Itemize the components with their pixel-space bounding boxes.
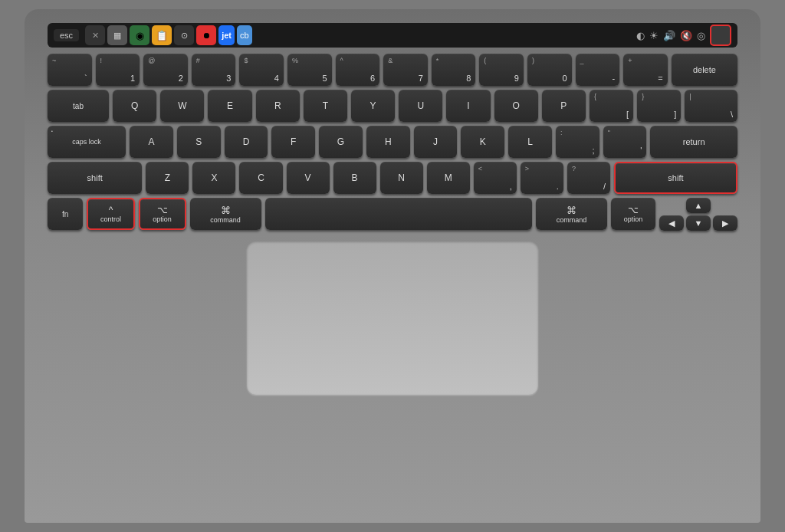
key-z[interactable]: Z bbox=[146, 162, 189, 194]
tb-app-jet[interactable]: jet bbox=[218, 25, 235, 45]
key-delete[interactable]: delete bbox=[672, 54, 737, 86]
tb-app-cb[interactable]: cb bbox=[237, 25, 252, 45]
arrow-bottom-row: ◀ ▼ ▶ bbox=[659, 215, 737, 231]
tb-app-note[interactable]: 📋 bbox=[152, 25, 172, 45]
tb-app-close[interactable]: ✕ bbox=[85, 25, 105, 45]
key-minus[interactable]: _- bbox=[576, 54, 620, 86]
key-open-bracket[interactable]: {[ bbox=[590, 90, 633, 122]
key-h[interactable]: H bbox=[366, 126, 410, 158]
key-shift-right[interactable]: shift bbox=[614, 162, 737, 194]
key-9[interactable]: (9 bbox=[479, 54, 524, 86]
tb-app-grid[interactable]: ▦ bbox=[107, 25, 127, 45]
key-q[interactable]: Q bbox=[113, 90, 156, 122]
number-row: ~` !1 @2 #3 $4 %5 ^6 &7 *8 (9 )0 _- += d… bbox=[48, 54, 737, 86]
key-a[interactable]: A bbox=[130, 126, 173, 158]
key-e[interactable]: E bbox=[208, 90, 251, 122]
key-comma[interactable]: <, bbox=[474, 162, 517, 194]
key-2[interactable]: @2 bbox=[143, 54, 188, 86]
key-x[interactable]: X bbox=[192, 162, 235, 194]
key-close-bracket[interactable]: }] bbox=[637, 90, 681, 122]
key-command-left[interactable]: ⌘ command bbox=[190, 198, 261, 230]
tb-brightness-up-icon: ☀ bbox=[649, 30, 659, 41]
key-arrow-up[interactable]: ▲ bbox=[686, 198, 711, 213]
tb-app-record[interactable]: ⏺ bbox=[196, 25, 216, 45]
key-8[interactable]: *8 bbox=[432, 54, 476, 86]
key-control[interactable]: ^ control bbox=[87, 198, 134, 230]
tb-siri-icon: ◎ bbox=[697, 30, 705, 41]
tb-power-key[interactable] bbox=[710, 25, 731, 46]
key-i[interactable]: I bbox=[446, 90, 490, 122]
key-d[interactable]: D bbox=[225, 126, 268, 158]
key-s[interactable]: S bbox=[177, 126, 221, 158]
modifier-row: fn ^ control ⌥ option ⌘ command ⌘ comman… bbox=[48, 198, 737, 231]
key-f[interactable]: F bbox=[271, 126, 315, 158]
bottom-letter-row: shift Z X C V B N M <, >. ?/ shift bbox=[48, 162, 737, 194]
arrow-top-row: ▲ bbox=[659, 198, 737, 213]
key-g[interactable]: G bbox=[319, 126, 363, 158]
qwerty-row: tab Q W E R T Y U I O P {[ }] |\ bbox=[48, 90, 737, 122]
tb-mute-icon: 🔇 bbox=[680, 30, 692, 41]
key-w[interactable]: W bbox=[160, 90, 204, 122]
key-m[interactable]: M bbox=[427, 162, 470, 194]
key-p[interactable]: P bbox=[542, 90, 586, 122]
key-fn[interactable]: fn bbox=[48, 198, 83, 230]
key-6[interactable]: ^6 bbox=[336, 54, 380, 86]
key-t[interactable]: T bbox=[304, 90, 347, 122]
arrow-cluster: ▲ ◀ ▼ ▶ bbox=[659, 198, 737, 231]
key-c[interactable]: C bbox=[239, 162, 282, 194]
key-command-right[interactable]: ⌘ command bbox=[536, 198, 607, 230]
key-equals[interactable]: += bbox=[623, 54, 668, 86]
tb-esc-key[interactable]: esc bbox=[54, 29, 79, 41]
key-k[interactable]: K bbox=[461, 126, 504, 158]
key-slash[interactable]: ?/ bbox=[567, 162, 610, 194]
tb-brightness-down-icon: ◐ bbox=[636, 30, 645, 41]
keyboard-area: esc ✕ ▦ ◉ 📋 ⊙ ⏺ jet cb ◐ ☀ 🔊 🔇 ◎ ~ bbox=[48, 23, 737, 231]
key-r[interactable]: R bbox=[256, 90, 300, 122]
key-y[interactable]: Y bbox=[351, 90, 395, 122]
tb-app-leaf[interactable]: ◉ bbox=[130, 25, 149, 45]
key-tab[interactable]: tab bbox=[48, 90, 109, 122]
key-7[interactable]: &7 bbox=[383, 54, 428, 86]
key-backtick[interactable]: ~` bbox=[48, 54, 92, 86]
key-return[interactable]: return bbox=[650, 126, 737, 158]
key-arrow-left[interactable]: ◀ bbox=[659, 215, 684, 231]
key-5[interactable]: %5 bbox=[287, 54, 332, 86]
key-option-left[interactable]: ⌥ option bbox=[139, 198, 186, 230]
key-period[interactable]: >. bbox=[521, 162, 563, 194]
key-shift-left[interactable]: shift bbox=[48, 162, 142, 194]
key-option-right[interactable]: ⌥ option bbox=[611, 198, 655, 230]
home-row: •caps lock A S D F G H J K L :; "' retur… bbox=[48, 126, 737, 158]
tb-controls: ◐ ☀ 🔊 🔇 ◎ bbox=[636, 25, 731, 46]
key-arrow-right[interactable]: ▶ bbox=[713, 215, 737, 231]
trackpad[interactable] bbox=[247, 241, 538, 395]
laptop-body: esc ✕ ▦ ◉ 📋 ⊙ ⏺ jet cb ◐ ☀ 🔊 🔇 ◎ ~ bbox=[25, 9, 760, 523]
key-4[interactable]: $4 bbox=[239, 54, 284, 86]
key-v[interactable]: V bbox=[287, 162, 330, 194]
key-1[interactable]: !1 bbox=[96, 54, 140, 86]
tb-volume-icon: 🔊 bbox=[663, 30, 675, 41]
tb-app-circle[interactable]: ⊙ bbox=[174, 25, 194, 45]
key-b[interactable]: B bbox=[333, 162, 376, 194]
key-arrow-down[interactable]: ▼ bbox=[686, 215, 711, 231]
key-o[interactable]: O bbox=[494, 90, 538, 122]
key-n[interactable]: N bbox=[380, 162, 423, 194]
key-0[interactable]: )0 bbox=[527, 54, 572, 86]
key-semicolon[interactable]: :; bbox=[556, 126, 599, 158]
key-u[interactable]: U bbox=[399, 90, 442, 122]
key-l[interactable]: L bbox=[508, 126, 552, 158]
key-caps-lock[interactable]: •caps lock bbox=[48, 126, 126, 158]
key-j[interactable]: J bbox=[414, 126, 458, 158]
key-quote[interactable]: "' bbox=[603, 126, 647, 158]
key-3[interactable]: #3 bbox=[192, 54, 236, 86]
key-backslash[interactable]: |\ bbox=[685, 90, 737, 122]
tb-apps-row: ✕ ▦ ◉ 📋 ⊙ ⏺ jet cb bbox=[85, 25, 633, 45]
touchbar: esc ✕ ▦ ◉ 📋 ⊙ ⏺ jet cb ◐ ☀ 🔊 🔇 ◎ bbox=[48, 23, 737, 48]
key-space[interactable] bbox=[265, 198, 532, 230]
